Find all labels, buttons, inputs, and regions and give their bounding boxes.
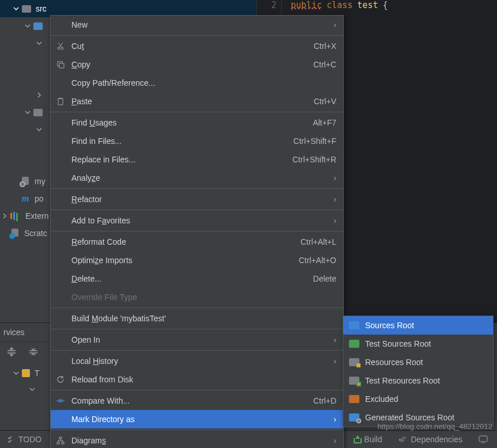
menu-item-build-module[interactable]: Build Module 'mybatisTest' [51, 309, 343, 328]
menu-item-cut[interactable]: CutCtrl+X [51, 37, 343, 55]
chevron-down-icon[interactable] [36, 126, 43, 133]
event-log-icon[interactable] [475, 435, 491, 443]
menu-item-copy-path[interactable]: Copy Path/Reference... [51, 74, 343, 92]
generated-sources-root-icon [349, 413, 359, 422]
menu-item-optimize-imports[interactable]: Optimize ImportsCtrl+Alt+O [51, 251, 343, 269]
chevron-down-icon[interactable] [13, 5, 20, 12]
menu-item-reformat[interactable]: Reformat CodeCtrl+Alt+L [51, 233, 343, 251]
submenu-item-test-resources-root[interactable]: Test Resources Root [343, 371, 493, 390]
tomcat-icon [22, 369, 30, 377]
chevron-right-icon: › [333, 173, 336, 183]
svg-rect-0 [479, 436, 487, 442]
reload-icon [55, 375, 66, 384]
folder-icon [33, 22, 43, 30]
scratches-icon [10, 229, 20, 238]
tree-label: src [36, 4, 47, 13]
menu-separator [51, 390, 343, 390]
expand-all-icon[interactable] [6, 347, 17, 357]
folder-icon [22, 5, 31, 13]
compare-icon [55, 397, 66, 405]
menu-separator [51, 231, 343, 231]
menu-item-compare-with[interactable]: Compare With...Ctrl+D [51, 392, 343, 410]
libraries-icon [10, 212, 21, 220]
tree-label: Scratc [24, 229, 47, 238]
svg-rect-4 [59, 63, 64, 68]
menu-item-override-file-type: Override File Type [51, 288, 343, 306]
config-file-icon [21, 177, 30, 186]
submenu-item-resources-root[interactable]: Resources Root [343, 353, 493, 371]
shortcut: Ctrl+Alt+L [301, 237, 336, 246]
menu-item-find-in-files[interactable]: Find in Files...Ctrl+Shift+F [51, 132, 343, 150]
menu-item-mark-directory-as[interactable]: Mark Directory as› [51, 410, 343, 428]
collapse-all-icon[interactable] [28, 347, 39, 357]
menu-separator [51, 210, 343, 210]
mark-directory-submenu: Sources Root Test Sources Root Resources… [343, 316, 494, 427]
submenu-item-excluded[interactable]: Excluded [343, 390, 493, 408]
tree-label: my [35, 177, 45, 186]
svg-rect-8 [57, 442, 59, 444]
menu-item-add-favorites[interactable]: Add to Favorites› [51, 211, 343, 230]
chevron-down-icon[interactable] [29, 386, 36, 393]
test-resources-root-icon [349, 377, 359, 385]
menu-separator [51, 307, 343, 308]
chevron-right-icon[interactable] [36, 92, 43, 98]
chevron-down-icon[interactable] [13, 370, 20, 377]
menu-item-paste[interactable]: PasteCtrl+V [51, 92, 343, 111]
shortcut: Delete [313, 274, 336, 283]
menu-separator [51, 35, 343, 36]
menu-item-new[interactable]: New› [51, 16, 343, 34]
shortcut: Ctrl+V [314, 97, 336, 106]
tree-label: Extern [25, 211, 48, 221]
todo-button[interactable]: TODO [3, 435, 45, 444]
diagram-icon [55, 436, 66, 445]
context-menu: New› CutCtrl+X CopyCtrl+C Copy Path/Refe… [50, 15, 344, 448]
menu-item-analyze[interactable]: Analyze› [51, 169, 343, 187]
svg-rect-7 [59, 437, 62, 439]
chevron-right-icon: › [333, 195, 336, 204]
cut-icon [55, 42, 66, 50]
submenu-item-test-sources-root[interactable]: Test Sources Root [343, 335, 493, 353]
menu-item-reload-disk[interactable]: Reload from Disk [51, 370, 343, 389]
menu-item-diagrams[interactable]: Diagrams› [51, 431, 343, 448]
submenu-item-sources-root[interactable]: Sources Root [343, 316, 493, 335]
chevron-right-icon: › [333, 415, 336, 424]
copy-icon [55, 60, 66, 69]
chevron-right-icon: › [333, 356, 336, 366]
shortcut: Ctrl+X [314, 41, 336, 51]
watermark: https://blog.csdn.net/qq_48212012 [378, 422, 493, 431]
chevron-right-icon: › [333, 216, 336, 225]
menu-separator [51, 329, 343, 329]
shortcut: Ctrl+D [313, 396, 336, 405]
svg-rect-9 [62, 442, 64, 444]
test-sources-root-icon [349, 340, 359, 348]
chevron-down-icon[interactable] [24, 109, 31, 116]
build-icon [352, 435, 361, 443]
code-line: public class test { [291, 0, 388, 10]
menu-separator [51, 188, 343, 189]
chevron-down-icon[interactable] [36, 40, 43, 47]
chevron-right-icon: › [333, 335, 336, 344]
shortcut: Ctrl+Alt+O [299, 256, 336, 265]
dependencies-button[interactable]: Dependencies [394, 435, 466, 444]
menu-item-local-history[interactable]: Local History› [51, 352, 343, 370]
menu-item-open-in[interactable]: Open In› [51, 331, 343, 349]
menu-item-find-usages[interactable]: Find UsagesAlt+F7 [51, 113, 343, 132]
build-button[interactable]: Build [349, 435, 385, 444]
sources-root-icon [349, 321, 359, 329]
chevron-right-icon[interactable] [1, 212, 8, 219]
chevron-right-icon: › [333, 436, 336, 445]
menu-item-refactor[interactable]: Refactor› [51, 190, 343, 208]
shortcut: Ctrl+C [313, 60, 336, 69]
service-label: T [35, 369, 40, 378]
shortcut: Ctrl+Shift+R [293, 155, 336, 164]
gutter-line-2: 2 [271, 0, 276, 10]
menu-item-replace-in-files[interactable]: Replace in Files...Ctrl+Shift+R [51, 150, 343, 169]
svg-point-2 [61, 47, 63, 50]
chevron-down-icon[interactable] [24, 22, 31, 29]
menu-item-delete[interactable]: Delete...Delete [51, 269, 343, 288]
menu-separator [51, 112, 343, 112]
resources-root-icon [349, 358, 359, 366]
menu-item-copy[interactable]: CopyCtrl+C [51, 55, 343, 74]
chevron-right-icon: › [333, 20, 336, 29]
shortcut: Alt+F7 [313, 118, 336, 127]
